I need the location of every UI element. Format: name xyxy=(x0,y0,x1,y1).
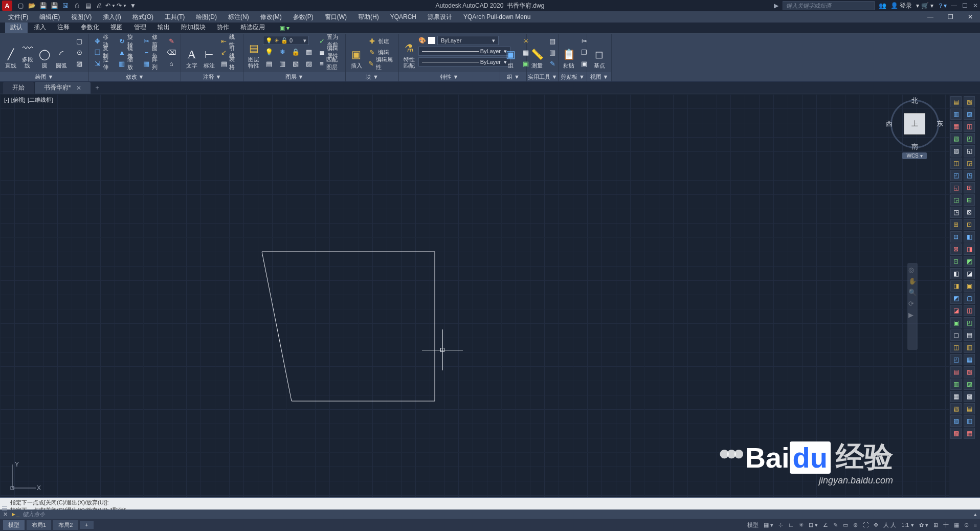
block-editattr-button[interactable]: ✎编辑属性 xyxy=(366,58,395,69)
panel-title-layers[interactable]: 图层 ▼ xyxy=(243,72,345,81)
status-model-toggle[interactable]: 模型 xyxy=(747,521,759,529)
tool-1-24-icon[interactable]: ▩ xyxy=(964,391,975,402)
panel-title-view[interactable]: 视图 ▼ xyxy=(587,72,611,81)
modify-extra-1[interactable]: ✎ xyxy=(165,36,177,46)
measure-button[interactable]: 📏测量 xyxy=(530,36,544,69)
ribtab-view[interactable]: 视图 xyxy=(105,21,128,33)
tool-0-22-icon[interactable]: ▤ xyxy=(950,366,962,378)
minimize-button[interactable]: — xyxy=(951,2,957,9)
tool-0-4-icon[interactable]: ▨ xyxy=(950,145,962,157)
ribtab-addons[interactable]: 附加模块 xyxy=(176,21,211,33)
tool-0-14-icon[interactable]: ◧ xyxy=(950,268,962,279)
menu-param[interactable]: 参数(P) xyxy=(288,12,319,23)
ribtab-param[interactable]: 参数化 xyxy=(76,21,104,33)
layer-ex-3[interactable]: 🔒 xyxy=(289,47,302,57)
polyline-button[interactable]: 〰多段线 xyxy=(20,36,35,69)
tab-layout2[interactable]: 布局2 xyxy=(53,520,78,530)
tool-0-1-icon[interactable]: ▥ xyxy=(950,108,962,120)
color-selector[interactable]: ByLayer▾ xyxy=(437,36,499,45)
status-qprops-icon[interactable]: ✥ xyxy=(874,522,878,528)
menu-yuanquan[interactable]: 源泉设计 xyxy=(422,12,457,23)
ribtab-manage[interactable]: 管理 xyxy=(129,21,151,33)
viewport-label[interactable]: [-][俯视][二维线框] xyxy=(3,96,54,104)
ribtab-insert[interactable]: 插入 xyxy=(29,21,51,33)
scale-button[interactable]: ▥缩放 xyxy=(117,58,139,69)
tool-1-6-icon[interactable]: ◳ xyxy=(964,170,975,181)
panel-title-annotate[interactable]: 注释 ▼ xyxy=(181,72,243,81)
wcs-label[interactable]: WCS ▾ xyxy=(902,152,926,159)
tool-0-10-icon[interactable]: ⊞ xyxy=(950,219,962,230)
circle-button[interactable]: ◯圆 xyxy=(37,36,52,69)
menu-file[interactable]: 文件(F) xyxy=(3,12,33,23)
tool-0-15-icon[interactable]: ◨ xyxy=(950,280,962,292)
ribtab-extra-icon[interactable]: ▣ ▾ xyxy=(274,23,295,33)
viewcube-west[interactable]: 西 xyxy=(886,119,893,128)
help-icon[interactable]: ？▾ xyxy=(938,2,947,10)
panel-title-clipboard[interactable]: 剪贴板 ▼ xyxy=(559,72,587,81)
palette-icon[interactable]: 🎨 xyxy=(418,37,426,44)
tab-layout1[interactable]: 布局1 xyxy=(27,520,51,530)
layer-ex-7[interactable]: ▧ xyxy=(289,58,302,69)
tool-0-25-icon[interactable]: ▧ xyxy=(950,403,962,414)
navigation-bar[interactable]: ◎ ✋ 🔍 ⟳ ▶ xyxy=(907,263,918,350)
tool-0-13-icon[interactable]: ⊡ xyxy=(950,256,962,267)
qat-open-icon[interactable]: 📂 xyxy=(28,2,36,10)
layer-ex-6[interactable]: ▥ xyxy=(276,58,288,69)
tool-0-16-icon[interactable]: ◩ xyxy=(950,293,962,304)
menu-yqarch-pulldown[interactable]: YQArch Pull-down Menu xyxy=(458,12,536,21)
tool-1-22-icon[interactable]: ▧ xyxy=(964,366,975,378)
tool-0-20-icon[interactable]: ◫ xyxy=(950,342,962,353)
block-create-button[interactable]: ✚创建 xyxy=(366,36,395,46)
doc-restore-button[interactable]: ❐ xyxy=(943,12,959,21)
tool-1-13-icon[interactable]: ◩ xyxy=(964,256,975,267)
menu-modify[interactable]: 修改(M) xyxy=(255,12,287,23)
tool-1-15-icon[interactable]: ▣ xyxy=(964,280,975,292)
tool-1-23-icon[interactable]: ▨ xyxy=(964,379,975,390)
status-scale[interactable]: 1:1 ▾ xyxy=(901,522,914,528)
tool-0-7-icon[interactable]: ◱ xyxy=(950,182,962,193)
filetab-add-button[interactable]: ＋ xyxy=(92,83,103,92)
connect-icon[interactable]: 👥 xyxy=(879,2,886,9)
tool-0-24-icon[interactable]: ▦ xyxy=(950,391,962,402)
layer-match-button[interactable]: ≡匹配图层 xyxy=(317,58,342,69)
line-button[interactable]: ╱直线 xyxy=(3,36,18,69)
tool-1-10-icon[interactable]: ⊡ xyxy=(964,219,975,230)
menu-help[interactable]: 帮助(H) xyxy=(353,12,384,23)
menu-insert[interactable]: 插入(I) xyxy=(98,12,126,23)
drawing-canvas[interactable]: [-][俯视][二维线框] 北 南 东 西 上 WCS ▾ ◎ ✋ 🔍 ⟳ ▶ … xyxy=(0,94,949,497)
tool-0-0-icon[interactable]: ▤ xyxy=(950,96,962,107)
tool-0-5-icon[interactable]: ◫ xyxy=(950,158,962,169)
qat-new-icon[interactable]: ▢ xyxy=(16,2,25,10)
qat-save-icon[interactable]: 💾 xyxy=(39,2,47,10)
ribtab-collaborate[interactable]: 协作 xyxy=(212,21,234,33)
close-button[interactable]: ✕ xyxy=(973,2,978,9)
status-grid-icon[interactable]: ▦ ▾ xyxy=(764,522,773,528)
tool-0-18-icon[interactable]: ▣ xyxy=(950,317,962,328)
paste-button[interactable]: 📋粘贴 xyxy=(562,36,576,69)
status-trans-icon[interactable]: ⊗ xyxy=(853,522,858,528)
login-button[interactable]: 👤 登录 xyxy=(890,2,912,10)
insert-block-button[interactable]: ▣插入 xyxy=(349,36,364,69)
menu-view[interactable]: 视图(V) xyxy=(66,12,97,23)
panel-title-draw[interactable]: 绘图 ▼ xyxy=(0,72,88,81)
nav-showmotion-icon[interactable]: ▶ xyxy=(908,311,917,319)
view-cube[interactable]: 北 南 东 西 上 WCS ▾ xyxy=(884,98,945,180)
qat-dropdown-icon[interactable]: ▼ xyxy=(129,2,137,10)
ribtab-featured[interactable]: 精选应用 xyxy=(235,21,270,33)
status-iso-icon[interactable]: ⊞ xyxy=(933,522,938,528)
tool-1-20-icon[interactable]: ▥ xyxy=(964,342,975,353)
draw-extra-3[interactable]: ▨ xyxy=(73,58,85,69)
menu-window[interactable]: 窗口(W) xyxy=(320,12,352,23)
menu-edit[interactable]: 编辑(E) xyxy=(34,12,65,23)
panel-title-block[interactable]: 块 ▼ xyxy=(346,72,398,81)
menu-format[interactable]: 格式(O) xyxy=(127,12,159,23)
tool-1-3-icon[interactable]: ◰ xyxy=(964,133,975,144)
menu-draw[interactable]: 绘图(D) xyxy=(191,12,222,23)
tool-1-17-icon[interactable]: ◫ xyxy=(964,305,975,316)
nav-wheel-icon[interactable]: ◎ xyxy=(908,266,917,274)
filetab-start[interactable]: 开始 xyxy=(3,82,34,94)
tool-1-26-icon[interactable]: ▥ xyxy=(964,415,975,427)
filetab-current[interactable]: 书香华府*✕ xyxy=(35,82,91,94)
linetype-selector[interactable]: ByLayer▾ xyxy=(418,47,510,56)
menu-dimension[interactable]: 标注(N) xyxy=(223,12,254,23)
